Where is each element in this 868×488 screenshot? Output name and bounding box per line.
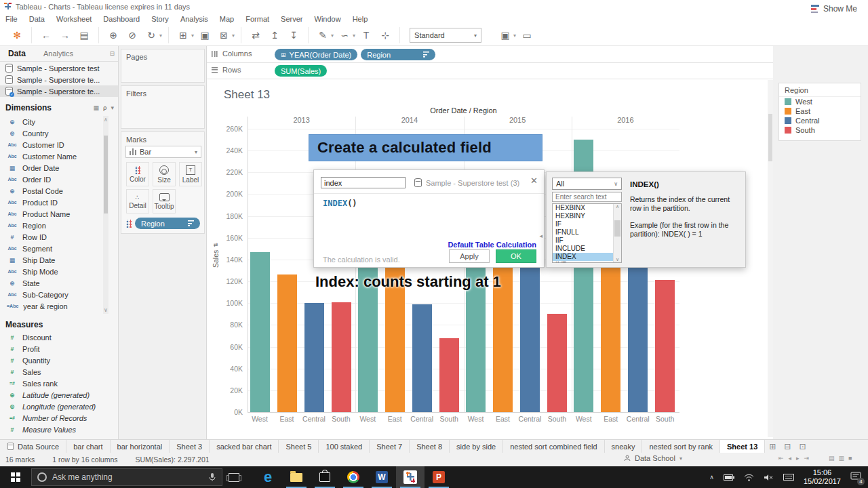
dimension-item[interactable]: AbcSegment [0, 243, 102, 254]
function-list-scrollbar[interactable]: ∧ ∨ [613, 204, 621, 262]
function-item-if[interactable]: IF [553, 220, 621, 228]
sheet-tab-data-source[interactable]: Data Source [0, 440, 66, 453]
start-button[interactable] [0, 466, 31, 488]
dimension-item[interactable]: ⊕City [0, 116, 102, 127]
measure-item[interactable]: ⊕Latitude (generated) [0, 389, 118, 401]
sheet-tab-nested-sort-combined-field[interactable]: nested sort combined field [503, 440, 604, 453]
bar-2015-central[interactable] [520, 254, 540, 412]
bar-2013-west[interactable] [250, 252, 270, 412]
next-icon[interactable]: ▸ [796, 455, 800, 462]
function-search-input[interactable] [552, 192, 622, 202]
dimension-item[interactable]: AbcSub-Category [0, 289, 102, 300]
sheet-tab-sheet-7[interactable]: Sheet 7 [370, 440, 410, 453]
scroll-up-icon[interactable]: ∧ [614, 204, 621, 209]
tray-chevron-icon[interactable]: ∧ [709, 474, 714, 481]
calc-name-input[interactable] [321, 177, 406, 188]
show-hide-cards-caret-icon[interactable]: ▾ [513, 33, 516, 39]
group-members-caret-icon[interactable]: ▾ [353, 33, 355, 39]
run-update-caret-icon[interactable]: ▾ [159, 33, 162, 39]
taskbar-app-chrome[interactable] [339, 466, 368, 488]
swap-rows-columns-icon[interactable]: ⇄ [248, 28, 263, 43]
menu-worksheet[interactable]: Worksheet [56, 15, 92, 23]
function-item-int[interactable]: INT [553, 261, 621, 263]
function-category-dropdown[interactable]: All ∨ [552, 178, 622, 190]
show-me-button[interactable]: Show Me [811, 4, 857, 14]
legend-item-south[interactable]: South [779, 125, 861, 135]
tile-view-icon[interactable]: ▥ [839, 455, 845, 462]
highlight-caret-icon[interactable]: ▾ [331, 33, 334, 39]
columns-shelf[interactable]: Columns ⊞YEAR(Order Date)Region [207, 47, 773, 63]
full-view-icon[interactable]: ■ [848, 455, 852, 462]
formula-editor[interactable]: INDEX() [323, 199, 357, 208]
taskbar-app-word[interactable]: W [368, 466, 396, 488]
bar-2013-south[interactable] [332, 302, 351, 412]
function-item-hexbinx[interactable]: HEXBINX [553, 204, 621, 212]
legend-item-east[interactable]: East [779, 106, 861, 116]
bar-2013-central[interactable] [304, 303, 324, 412]
sheet-tab-sheet-13[interactable]: Sheet 13 [720, 440, 765, 453]
sheet-tab-sneaky[interactable]: sneaky [605, 440, 643, 453]
clear-sheet-icon[interactable]: ⊠ [216, 28, 231, 43]
measure-item[interactable]: #Quantity [0, 354, 118, 366]
menu-analysis[interactable]: Analysis [180, 15, 208, 23]
sort-ascending-icon[interactable]: ↥ [267, 28, 282, 43]
data-source-item[interactable]: Sample - Superstore test [0, 62, 118, 74]
measure-item[interactable]: #Profit [0, 343, 118, 354]
measure-item[interactable]: #Discount [0, 331, 118, 343]
detail-button[interactable]: ∴Detail [126, 189, 149, 214]
dimension-item[interactable]: #Row ID [0, 231, 102, 243]
microphone-icon[interactable] [208, 472, 216, 482]
year-label[interactable]: 2016 [605, 116, 646, 124]
view-data-icon[interactable]: ▦ [93, 104, 99, 111]
bar-2014-central[interactable] [412, 304, 432, 412]
data-source-item[interactable]: ✓Sample - Superstore te... [0, 85, 118, 97]
taskbar-app-store[interactable] [311, 466, 339, 488]
close-icon[interactable]: ✕ [530, 176, 538, 186]
new-worksheet-button[interactable]: ⊞ [765, 440, 780, 453]
dimension-item[interactable]: ▦Order Date [0, 162, 102, 174]
sheet-tab-sheet-3[interactable]: Sheet 3 [170, 440, 210, 453]
sheet-tab-100-staked[interactable]: 100 staked [319, 440, 370, 453]
mark-type-dropdown[interactable]: Bar ▾ [125, 146, 201, 158]
add-data-source-icon[interactable]: ⊕ [106, 28, 121, 43]
dimension-item[interactable]: ⊕State [0, 277, 102, 289]
data-source-item[interactable]: Sample - Superstore te... [0, 74, 118, 85]
bar-2016-south[interactable] [655, 280, 675, 412]
battery-icon[interactable] [724, 474, 734, 481]
user-account[interactable]: Data School ▾ [624, 454, 682, 462]
clear-sheet-caret-icon[interactable]: ▾ [232, 33, 235, 39]
bar-2014-south[interactable] [439, 338, 459, 412]
scrollbar-thumb[interactable] [614, 220, 620, 237]
measure-item[interactable]: #Measure Values [0, 424, 118, 435]
taskbar-clock[interactable]: 15:06 15/02/2017 [804, 468, 841, 486]
prev-icon[interactable]: ◂ [789, 455, 792, 462]
save-icon[interactable]: ▤ [77, 28, 92, 43]
column-field-header[interactable]: Order Date / Region [248, 106, 679, 115]
region-pill[interactable]: Region [361, 49, 435, 60]
sheet-tab-sacked-bar-chart[interactable]: sacked bar chart [210, 440, 279, 453]
size-button[interactable]: Size [153, 162, 176, 186]
year-label[interactable]: 2015 [497, 116, 538, 124]
tooltip-button[interactable]: Tooltip [153, 189, 176, 214]
bar-2013-east[interactable] [277, 274, 297, 412]
find-field-icon[interactable]: ρ [103, 104, 107, 111]
function-item-index[interactable]: INDEX [553, 253, 621, 261]
default-table-calculation-link[interactable]: Default Table Calculation [448, 241, 536, 249]
last-icon[interactable]: ⇥ [804, 455, 810, 462]
tableau-logo-icon[interactable]: ✻ [9, 28, 24, 43]
sheet-tab-side-by-side[interactable]: side by side [450, 440, 503, 453]
dimension-item[interactable]: AbcProduct ID [0, 197, 102, 208]
tab-data[interactable]: Data [0, 49, 34, 58]
duplicate-sheet-icon[interactable]: ▣ [197, 28, 212, 43]
run-update-icon[interactable]: ↻ [144, 28, 159, 43]
first-icon[interactable]: ⇤ [778, 455, 784, 462]
fix-axes-icon[interactable]: ⊹ [378, 28, 393, 43]
normal-view-icon[interactable]: ▤ [829, 455, 835, 462]
fit-selector[interactable]: Standard▾ [410, 28, 481, 43]
sheet-tab-bar-horizontal[interactable]: bar horizontal [111, 440, 170, 453]
action-center-button[interactable]: 4 [850, 472, 861, 483]
dimension-item[interactable]: AbcCustomer Name [0, 150, 102, 162]
rows-shelf[interactable]: Rows SUM(Sales) [207, 63, 773, 79]
dimensions-scrollbar-thumb[interactable] [104, 136, 108, 214]
pages-card[interactable]: Pages [121, 49, 205, 83]
